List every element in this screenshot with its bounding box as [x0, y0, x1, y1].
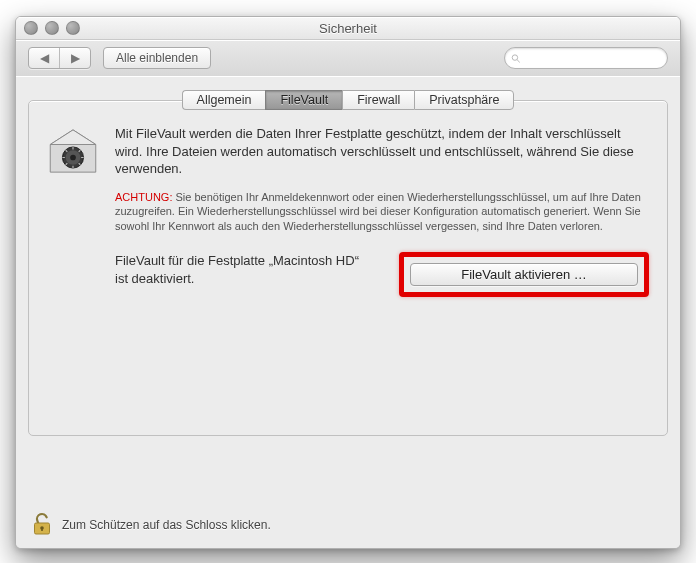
activate-filevault-button[interactable]: FileVault aktivieren … — [410, 263, 638, 286]
search-input[interactable] — [525, 50, 661, 66]
svg-marker-3 — [50, 130, 96, 145]
zoom-window-icon[interactable] — [66, 21, 80, 35]
activate-filevault-label: FileVault aktivieren … — [461, 267, 586, 282]
chevron-left-icon: ◀ — [40, 51, 49, 65]
warning-label: ACHTUNG: — [115, 191, 172, 203]
svg-point-14 — [70, 155, 76, 161]
filevault-icon — [47, 125, 99, 297]
window-body: Allgemein FileVault Firewall Privatsphär… — [16, 76, 680, 548]
filevault-panel: Mit FileVault werden die Daten Ihrer Fes… — [28, 100, 668, 436]
titlebar: Sicherheit — [16, 17, 680, 40]
nav-segmented-control: ◀ ▶ — [28, 47, 91, 69]
tab-bar: Allgemein FileVault Firewall Privatsphär… — [16, 90, 680, 110]
filevault-status-text: FileVault für die Festplatte „Macintosh … — [115, 252, 375, 287]
activate-highlight: FileVault aktivieren … — [399, 252, 649, 297]
window-controls — [24, 21, 80, 35]
svg-rect-17 — [41, 528, 43, 531]
window-title: Sicherheit — [319, 21, 377, 36]
warning-text: Sie benötigen Ihr Anmeldekennwort oder e… — [115, 191, 641, 233]
lock-icon[interactable] — [32, 512, 52, 539]
minimize-window-icon[interactable] — [45, 21, 59, 35]
search-field[interactable] — [504, 47, 668, 69]
filevault-intro-text: Mit FileVault werden die Daten Ihrer Fes… — [115, 125, 649, 178]
show-all-button[interactable]: Alle einblenden — [103, 47, 211, 69]
chevron-right-icon: ▶ — [71, 51, 80, 65]
toolbar: ◀ ▶ Alle einblenden — [16, 40, 680, 77]
tab-firewall[interactable]: Firewall — [342, 90, 414, 110]
preferences-window: Sicherheit ◀ ▶ Alle einblenden Allgemein… — [15, 16, 681, 549]
filevault-warning: ACHTUNG: Sie benötigen Ihr Anmeldekennwo… — [115, 190, 649, 235]
show-all-label: Alle einblenden — [116, 51, 198, 65]
footer: Zum Schützen auf das Schloss klicken. — [16, 502, 680, 548]
search-icon — [511, 53, 521, 64]
tab-privatsphaere[interactable]: Privatsphäre — [414, 90, 514, 110]
tab-filevault[interactable]: FileVault — [265, 90, 342, 110]
svg-point-0 — [512, 54, 517, 59]
forward-button[interactable]: ▶ — [60, 48, 90, 68]
svg-line-1 — [517, 60, 519, 62]
back-button[interactable]: ◀ — [29, 48, 60, 68]
lock-hint-text: Zum Schützen auf das Schloss klicken. — [62, 518, 271, 532]
close-window-icon[interactable] — [24, 21, 38, 35]
tab-allgemein[interactable]: Allgemein — [182, 90, 266, 110]
